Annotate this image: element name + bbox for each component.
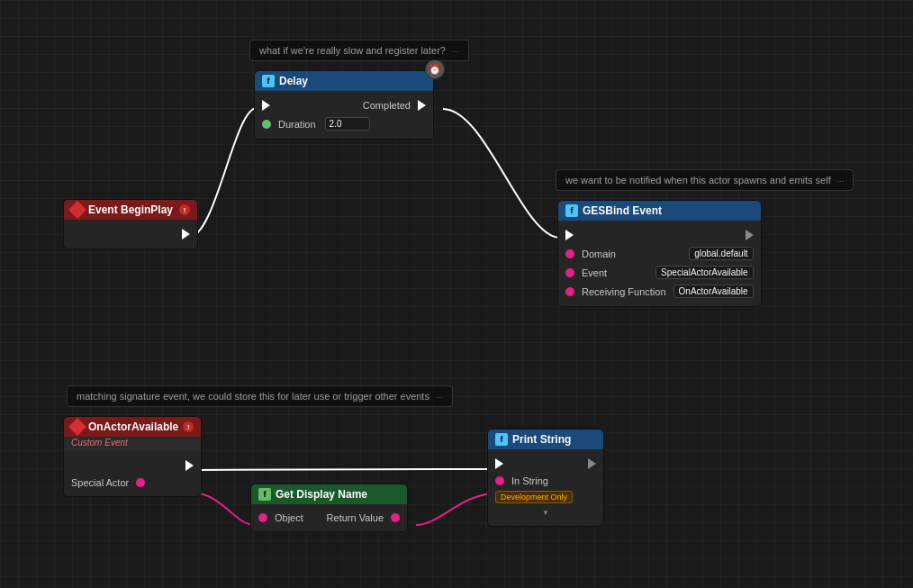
onactor-header: OnActorAvailable ! bbox=[64, 417, 201, 437]
gesbind-exec-in-pin[interactable] bbox=[565, 230, 574, 240]
gesbind-f-icon: f bbox=[565, 204, 578, 217]
getdisplay-return-label: Return Value bbox=[327, 512, 384, 523]
gesbind-event-label: Event bbox=[582, 267, 607, 278]
onactor-specialactor-label: Special Actor bbox=[71, 477, 129, 488]
delay-header: f Delay bbox=[255, 71, 433, 91]
onactor-title: OnActorAvailable bbox=[88, 421, 178, 433]
onactor-exec-out-pin[interactable] bbox=[185, 460, 194, 471]
comment-text-3: matching signature event, we could store… bbox=[77, 391, 429, 402]
beginplay-title: Event BeginPlay bbox=[88, 204, 173, 216]
printstring-instring-pin[interactable] bbox=[495, 476, 504, 485]
comment-node-1: what if we're really slow and register l… bbox=[249, 40, 469, 61]
gesbind-event-value: SpecialActorAvailable bbox=[655, 266, 754, 279]
delay-completed-label: Completed bbox=[363, 100, 411, 111]
printstring-dropdown-arrow[interactable]: ▼ bbox=[495, 509, 596, 517]
printstring-devonly-label: Development Only bbox=[501, 493, 567, 502]
comment-text-2: we want to be notified when this actor s… bbox=[565, 175, 831, 185]
delay-duration-label: Duration bbox=[278, 119, 316, 130]
delay-exec-in-pin[interactable] bbox=[262, 100, 270, 111]
getdisplay-return-pin[interactable] bbox=[391, 513, 400, 522]
getdisplay-header: f Get Display Name bbox=[251, 484, 407, 504]
getdisplay-title: Get Display Name bbox=[276, 488, 367, 501]
delay-duration-pin[interactable] bbox=[262, 120, 271, 129]
beginplay-exec-row bbox=[64, 225, 197, 243]
printstring-exec-out-pin[interactable] bbox=[588, 458, 596, 469]
gesbind-exec-out-pin[interactable] bbox=[746, 230, 754, 240]
delay-exec-out-pin[interactable] bbox=[418, 100, 426, 111]
delay-duration-row: Duration bbox=[255, 114, 433, 133]
gesbind-node: f GESBind Event Domain global.default Ev… bbox=[557, 200, 762, 307]
onactor-error-icon: ! bbox=[183, 421, 194, 432]
getdisplay-io-row: Object Return Value bbox=[251, 510, 407, 526]
delay-duration-input[interactable] bbox=[325, 117, 370, 131]
delay-node: f Delay Completed Duration ⏰ bbox=[254, 70, 434, 143]
onactor-node: OnActorAvailable ! Custom Event Special … bbox=[63, 416, 202, 497]
comment-node-2: we want to be notified when this actor s… bbox=[556, 169, 854, 191]
gesbind-event-row: Event SpecialActorAvailable bbox=[558, 263, 761, 282]
delay-title: Delay bbox=[279, 75, 308, 87]
printstring-title: Print String bbox=[512, 433, 571, 446]
printstring-exec-in-pin[interactable] bbox=[495, 458, 503, 469]
beginplay-exec-out-pin[interactable] bbox=[182, 229, 190, 240]
gesbind-title: GESBind Event bbox=[583, 204, 662, 217]
onactor-specialactor-pin[interactable] bbox=[136, 478, 145, 487]
printstring-devonly-badge: Development Only bbox=[495, 491, 573, 503]
printstring-devonly-row: Development Only ▼ bbox=[488, 489, 603, 520]
gesbind-recvfn-pin[interactable] bbox=[565, 287, 574, 296]
beginplay-error-icon: ! bbox=[179, 204, 190, 215]
event-beginplay-node: Event BeginPlay ! bbox=[63, 199, 198, 249]
beginplay-diamond-icon bbox=[68, 201, 86, 219]
onactor-subtitle: Custom Event bbox=[64, 437, 201, 451]
delay-f-icon: f bbox=[262, 75, 275, 87]
delay-clock-icon: ⏰ bbox=[425, 59, 445, 79]
onactor-specialactor-row: Special Actor bbox=[64, 475, 201, 491]
get-display-name-node: f Get Display Name Object Return Value bbox=[250, 484, 408, 532]
print-string-node: f Print String In String Development Onl… bbox=[487, 429, 604, 527]
gesbind-recvfn-value: OnActorAvailable bbox=[673, 285, 754, 298]
getdisplay-f-icon: f bbox=[258, 488, 271, 501]
gesbind-event-pin[interactable] bbox=[565, 268, 574, 277]
delay-exec-row: Completed bbox=[255, 96, 433, 114]
printstring-instring-row: In String bbox=[488, 473, 603, 489]
printstring-exec-row bbox=[488, 455, 603, 473]
gesbind-domain-label: Domain bbox=[582, 249, 616, 259]
beginplay-header: Event BeginPlay ! bbox=[64, 200, 197, 220]
gesbind-domain-pin[interactable] bbox=[565, 249, 574, 258]
getdisplay-object-label: Object bbox=[275, 512, 303, 523]
gesbind-recvfn-label: Receiving Function bbox=[582, 286, 666, 297]
onactor-exec-row bbox=[64, 457, 201, 475]
gesbind-domain-row: Domain global.default bbox=[558, 244, 761, 263]
getdisplay-object-pin[interactable] bbox=[258, 513, 267, 522]
gesbind-exec-row bbox=[558, 226, 761, 244]
gesbind-recvfn-row: Receiving Function OnActorAvailable bbox=[558, 282, 761, 301]
gesbind-domain-value: global.default bbox=[689, 247, 754, 260]
onactor-diamond-icon bbox=[68, 418, 86, 436]
gesbind-header: f GESBind Event bbox=[558, 201, 761, 221]
comment-text-1: what if we're really slow and register l… bbox=[259, 45, 446, 56]
printstring-instring-label: In String bbox=[511, 475, 548, 486]
printstring-header: f Print String bbox=[488, 430, 603, 449]
printstring-f-icon: f bbox=[495, 433, 508, 446]
comment-node-3: matching signature event, we could store… bbox=[67, 385, 453, 407]
